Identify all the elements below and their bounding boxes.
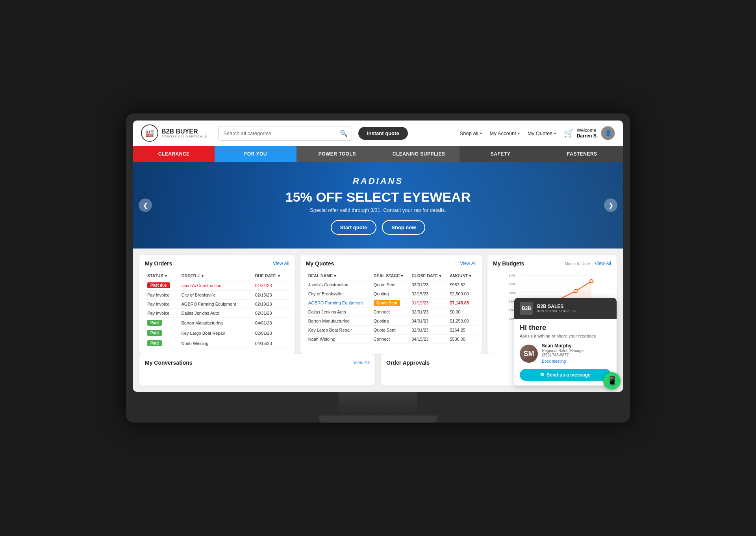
orders-col-order[interactable]: ORDER # ▾	[179, 271, 253, 280]
table-row: Barton Manufacturing Quoting 04/01/23 $1…	[306, 317, 476, 326]
nav-clearance[interactable]: CLEARANCE	[133, 146, 215, 162]
table-row: Jacob's Construction Quote Sent 03/31/23…	[306, 280, 476, 289]
order-name: Dallas Jenkins Auto	[182, 311, 219, 315]
my-budgets-view-all[interactable]: View All	[595, 261, 611, 266]
chat-agent-name: Sean Murphy	[542, 343, 585, 349]
welcome-area: Welcome Darren S.	[577, 128, 598, 139]
chat-agent-title: Regional Sales Manager	[542, 349, 585, 353]
quote-amount: $7,145.85	[450, 300, 469, 305]
status-badge: Paid	[147, 330, 162, 336]
instant-quote-button[interactable]: Instant quote	[358, 127, 408, 140]
quote-deal-name: Noah Welding	[308, 337, 335, 341]
chat-widget: B2B B2B SALES INDUSTRIAL SUPPLIER Hi the…	[514, 298, 617, 386]
my-budgets-header: My Budgets Month-to-Date View All	[493, 260, 611, 267]
whatsapp-fab[interactable]: 📱	[603, 372, 621, 389]
banner-brand-logo: RADIANS	[285, 176, 471, 186]
nav-cleaning-supplies[interactable]: CLEANING SUPPLIES	[378, 146, 460, 162]
my-conversations-view-all[interactable]: View All	[353, 360, 370, 365]
quote-deal-link[interactable]: AGBRO Farming Equipment	[308, 300, 363, 305]
orders-col-due-date[interactable]: DUE DATE ▾	[253, 271, 289, 280]
quotes-col-amount[interactable]: AMOUNT ▾	[447, 271, 476, 280]
search-bar[interactable]: 🔍	[218, 126, 352, 141]
table-row: Key Largo Boat Repair Quote Sent 02/01/2…	[306, 326, 476, 335]
search-input[interactable]	[219, 127, 336, 139]
content-area: My Orders View All STATUS ▾ ORDER # ▾ DU…	[133, 249, 623, 392]
status-badge[interactable]: Pay invoice	[147, 302, 169, 306]
banner-next-button[interactable]: ❯	[604, 198, 617, 212]
status-badge[interactable]: Pay invoice	[147, 311, 169, 315]
table-row: Dallas Jenkins Auto Connect 02/31/23 $0.…	[306, 308, 476, 317]
shop-all-nav[interactable]: Shop all ▾	[460, 130, 482, 136]
cart-icon[interactable]: 🛒	[564, 129, 574, 137]
banner-content: RADIANS 15% OFF SELECT EYEWEAR Special o…	[285, 176, 471, 235]
banner-title: 15% OFF SELECT EYEWEAR	[285, 189, 471, 205]
my-account-nav[interactable]: My Account ▾	[490, 130, 520, 136]
avatar[interactable]: 👤	[601, 126, 615, 140]
shop-all-chevron-icon: ▾	[480, 131, 482, 135]
quote-stage: Quote Sent	[374, 328, 396, 332]
quote-stage: Quoting	[374, 319, 389, 323]
quote-amount: $500.00	[450, 337, 465, 341]
banner-subtitle: Special offer valid through 3/31. Contac…	[285, 207, 471, 213]
month-to-date-label: Month-to-Date	[565, 262, 590, 266]
quote-deal-name: Jacob's Construction	[308, 282, 348, 287]
quotes-col-deal[interactable]: DEAL NAME ▾	[306, 271, 371, 280]
quotes-col-close[interactable]: CLOSE DATE ▾	[409, 271, 447, 280]
start-quote-button[interactable]: Start quote	[331, 220, 377, 235]
my-conversations-header: My Conversations View All	[145, 360, 370, 366]
header: 🏭 B2B BUYER ACROSS ALL VERTICALS 🔍 Insta…	[133, 121, 623, 146]
table-row: Paid Noah Welding 04/15/23	[145, 338, 289, 349]
order-name: Barton Manufacturing	[182, 321, 223, 325]
status-badge: Paid	[147, 320, 162, 326]
banner-prev-button[interactable]: ❮	[139, 198, 152, 212]
status-badge: Past due	[147, 282, 170, 288]
user-name: Darren S.	[577, 133, 598, 139]
orders-table: STATUS ▾ ORDER # ▾ DUE DATE ▾ Past due J…	[145, 271, 289, 349]
chat-agent-phone: (352) 748-9877	[542, 353, 585, 357]
table-row: Pay invoice City of Brooksville 02/15/23	[145, 291, 289, 300]
quote-stage: Quote Sent	[374, 282, 396, 287]
order-name: City of Brooksville	[182, 293, 216, 297]
chat-body: Hi there Ask us anything or share your f…	[514, 319, 617, 386]
my-quotes-nav[interactable]: My Quotes ▾	[528, 130, 556, 136]
quote-deal-name: Barton Manufacturing	[308, 319, 350, 323]
chat-description: Ask us anything or share your feedback	[520, 334, 611, 338]
svg-text:$50k: $50k	[509, 282, 516, 286]
quote-stage: Connect	[374, 310, 390, 314]
order-name-link[interactable]: Jacob's Construction	[182, 283, 222, 288]
my-quotes-chevron-icon: ▾	[554, 131, 556, 135]
quotes-col-stage[interactable]: DEAL STAGE ▾	[371, 271, 410, 280]
table-row: Noah Welding Connect 04/15/23 $500.00	[306, 335, 476, 344]
quote-stage: Connect	[374, 337, 390, 341]
send-message-button[interactable]: ✉ Send us a message	[520, 369, 611, 381]
cart-area[interactable]: 🛒 Welcome Darren S. 👤	[564, 126, 615, 140]
quote-close-date: 02/01/23	[411, 328, 428, 332]
status-badge[interactable]: Pay invoice	[147, 293, 169, 297]
quote-close-date: 03/31/23	[411, 282, 428, 287]
chat-company-sub: INDUSTRIAL SUPPLIER	[537, 309, 576, 313]
nav-safety[interactable]: SAFETY	[460, 146, 541, 162]
nav-power-tools[interactable]: POWER TOOLS	[296, 146, 378, 162]
chat-agent: SM Sean Murphy Regional Sales Manager (3…	[520, 343, 611, 364]
order-due-date: 04/15/23	[255, 341, 272, 346]
quote-amount: $2,500.00	[450, 291, 469, 296]
chat-header: B2B B2B SALES INDUSTRIAL SUPPLIER	[514, 298, 617, 319]
svg-text:$40k: $40k	[509, 291, 516, 295]
shop-now-button[interactable]: Shop now	[382, 220, 425, 235]
orders-col-status[interactable]: STATUS ▾	[145, 271, 179, 280]
my-orders-title: My Orders	[145, 260, 172, 267]
my-orders-view-all[interactable]: View All	[273, 261, 289, 266]
logo-sub-text: ACROSS ALL VERTICALS	[161, 135, 207, 138]
svg-text:$60k: $60k	[509, 274, 516, 277]
header-nav: Shop all ▾ My Account ▾ My Quotes ▾ 🛒	[460, 126, 615, 140]
order-due-date: 02/15/23	[255, 293, 272, 297]
quote-amount: $987.52	[450, 282, 465, 287]
nav-foryou[interactable]: FOR YOU	[215, 146, 296, 162]
search-button[interactable]: 🔍	[336, 126, 352, 140]
monitor-stand	[339, 392, 417, 415]
chat-agent-info: Sean Murphy Regional Sales Manager (352)…	[542, 343, 585, 364]
chat-book-meeting-link[interactable]: Book meeting	[542, 359, 566, 364]
my-quotes-view-all[interactable]: View All	[460, 261, 476, 266]
nav-fasteners[interactable]: FASTENERS	[541, 146, 623, 162]
table-row: AGBRO Farming Equipment Quote Sent 01/19…	[306, 299, 476, 308]
